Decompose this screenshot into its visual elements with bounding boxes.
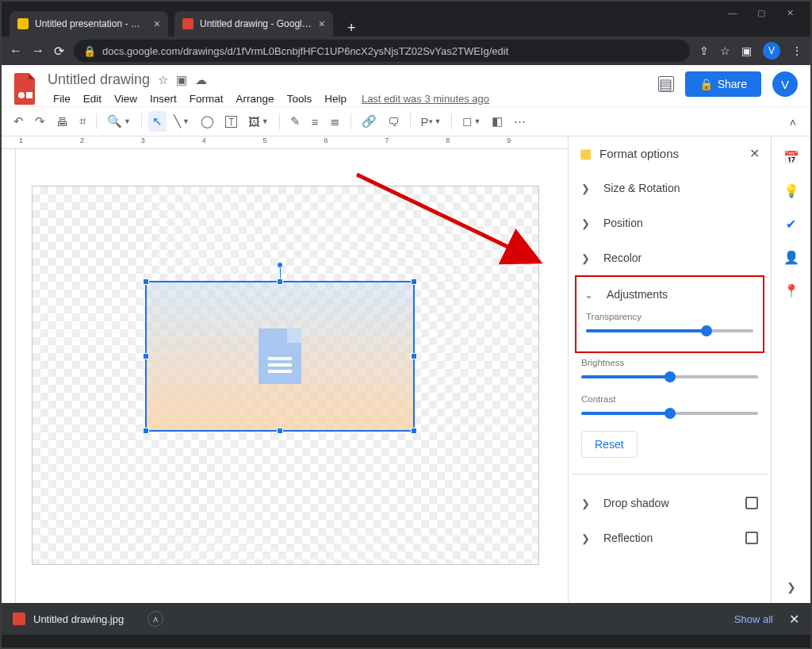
chevron-right-icon: ❯: [581, 497, 592, 509]
window-minimize[interactable]: —: [728, 8, 737, 17]
move-icon[interactable]: ▣: [176, 73, 187, 87]
section-position[interactable]: ❯ Position: [572, 205, 768, 240]
resize-handle[interactable]: [143, 353, 149, 359]
profile-avatar[interactable]: V: [763, 42, 780, 60]
tab-title: Untitled presentation - Google S: [35, 18, 147, 29]
chrome-menu-icon[interactable]: ⋮: [791, 44, 802, 57]
side-panel-rail: 📅 💡 ✔ 👤 📍 ❯: [771, 136, 810, 603]
calendar-icon[interactable]: 📅: [783, 149, 799, 165]
star-icon[interactable]: ☆: [158, 73, 168, 87]
textbox-tool[interactable]: 🅃: [221, 112, 241, 132]
menu-insert[interactable]: Insert: [144, 91, 182, 106]
window-close[interactable]: ✕: [785, 8, 795, 18]
chevron-right-icon: ❯: [581, 532, 592, 544]
resize-handle[interactable]: [411, 428, 417, 434]
more-options-button[interactable]: ⋯: [510, 111, 530, 132]
section-drop-shadow[interactable]: ❯ Drop shadow: [572, 486, 768, 520]
download-item[interactable]: Untitled drawing.jpg ʌ: [13, 611, 163, 627]
lock-icon: 🔒: [83, 45, 96, 57]
section-size-rotation[interactable]: ❯ Size & Rotation: [572, 171, 768, 205]
menu-help[interactable]: Help: [319, 91, 352, 106]
menu-arrange[interactable]: Arrange: [231, 91, 280, 106]
comment-button[interactable]: 🗨: [384, 112, 404, 132]
menu-bar: File Edit View Insert Format Arrange Too…: [48, 91, 658, 106]
resize-handle[interactable]: [143, 428, 149, 434]
expand-rail-button[interactable]: ❯: [787, 581, 796, 593]
link-button[interactable]: 🔗: [358, 111, 381, 132]
rotate-handle[interactable]: [277, 262, 283, 268]
transparency-slider[interactable]: [586, 329, 753, 332]
print-button[interactable]: 🖶: [52, 112, 72, 132]
brightness-slider[interactable]: [581, 375, 758, 378]
maps-icon[interactable]: 📍: [783, 282, 799, 298]
reset-button[interactable]: Reset: [581, 431, 638, 458]
keep-icon[interactable]: 💡: [783, 182, 799, 198]
undo-button[interactable]: ↶: [10, 111, 28, 132]
menu-view[interactable]: View: [109, 91, 143, 106]
contrast-slider[interactable]: [581, 412, 758, 415]
close-icon[interactable]: ✕: [789, 612, 799, 627]
redo-button[interactable]: ↷: [31, 111, 49, 132]
address-bar[interactable]: 🔒 docs.google.com/drawings/d/1fVrmL0Bcnb…: [74, 40, 690, 62]
last-edit-link[interactable]: Last edit was 3 minutes ago: [362, 93, 489, 105]
slider-transparency: Transparency: [576, 307, 763, 344]
collapse-toolbar-button[interactable]: ʌ: [783, 113, 802, 131]
image-tool[interactable]: 🖼▼: [244, 112, 273, 132]
share-page-icon[interactable]: ⇪: [699, 44, 709, 57]
back-button[interactable]: ←: [10, 44, 22, 58]
menu-file[interactable]: File: [48, 91, 76, 106]
comments-icon[interactable]: ▤: [658, 76, 674, 92]
crop-button[interactable]: ◻▼: [458, 111, 485, 132]
chevron-up-icon[interactable]: ʌ: [147, 611, 163, 627]
shape-tool[interactable]: ◯: [197, 111, 218, 132]
window-controls: — ▢ ✕: [712, 2, 810, 24]
font-picker[interactable]: P▾▼: [417, 112, 446, 132]
paint-format-button[interactable]: ⌗: [75, 111, 90, 132]
reflection-checkbox[interactable]: [745, 532, 758, 544]
drawings-logo[interactable]: [11, 71, 40, 106]
select-tool[interactable]: ↖: [148, 111, 167, 132]
close-icon[interactable]: ✕: [749, 146, 760, 161]
account-avatar[interactable]: V: [772, 71, 798, 97]
document-title[interactable]: Untitled drawing: [48, 71, 150, 88]
close-icon[interactable]: ×: [154, 17, 160, 30]
line-tool[interactable]: ╲▼: [170, 111, 193, 132]
border-dash-button[interactable]: ≣: [326, 111, 344, 132]
zoom-button[interactable]: 🔍▼: [103, 111, 135, 132]
reading-list-icon[interactable]: ▣: [741, 44, 752, 57]
section-reflection[interactable]: ❯ Reflection: [572, 520, 768, 555]
border-color-button[interactable]: ✎: [286, 111, 304, 132]
tasks-icon[interactable]: ✔: [783, 216, 799, 232]
menu-edit[interactable]: Edit: [78, 91, 107, 106]
reload-button[interactable]: ⟳: [54, 44, 64, 59]
show-all-button[interactable]: Show all: [734, 613, 773, 625]
drawing-canvas[interactable]: [32, 186, 539, 565]
menu-tools[interactable]: Tools: [282, 91, 318, 106]
contacts-icon[interactable]: 👤: [783, 249, 799, 265]
menu-format[interactable]: Format: [184, 91, 229, 106]
mask-button[interactable]: ◧: [488, 111, 507, 132]
resize-handle[interactable]: [143, 278, 149, 285]
share-button[interactable]: 🔒 Share: [685, 71, 761, 97]
google-drawings-app: Untitled drawing ☆ ▣ ☁ File Edit View In…: [2, 65, 810, 603]
slides-favicon: [17, 18, 29, 29]
browser-tab-slides[interactable]: Untitled presentation - Google S ×: [10, 11, 168, 36]
section-recolor[interactable]: ❯ Recolor: [572, 240, 768, 275]
app-header: Untitled drawing ☆ ▣ ☁ File Edit View In…: [2, 65, 810, 106]
resize-handle[interactable]: [277, 428, 283, 434]
cloud-status-icon[interactable]: ☁: [195, 73, 207, 87]
resize-handle[interactable]: [411, 353, 417, 359]
selected-image[interactable]: [145, 281, 415, 432]
section-adjustments[interactable]: ⌄ Adjustments: [576, 277, 763, 307]
resize-handle[interactable]: [411, 278, 417, 285]
border-weight-button[interactable]: ≡: [308, 112, 323, 132]
chevron-right-icon: ❯: [581, 182, 592, 194]
new-tab-button[interactable]: +: [339, 20, 364, 36]
forward-button[interactable]: →: [32, 44, 44, 58]
star-icon[interactable]: ☆: [720, 44, 730, 57]
close-icon[interactable]: ×: [319, 17, 325, 30]
window-maximize[interactable]: ▢: [756, 8, 766, 18]
drop-shadow-checkbox[interactable]: [745, 497, 758, 509]
browser-tab-drawings[interactable]: Untitled drawing - Google Draw ×: [174, 11, 333, 36]
resize-handle[interactable]: [277, 278, 283, 285]
